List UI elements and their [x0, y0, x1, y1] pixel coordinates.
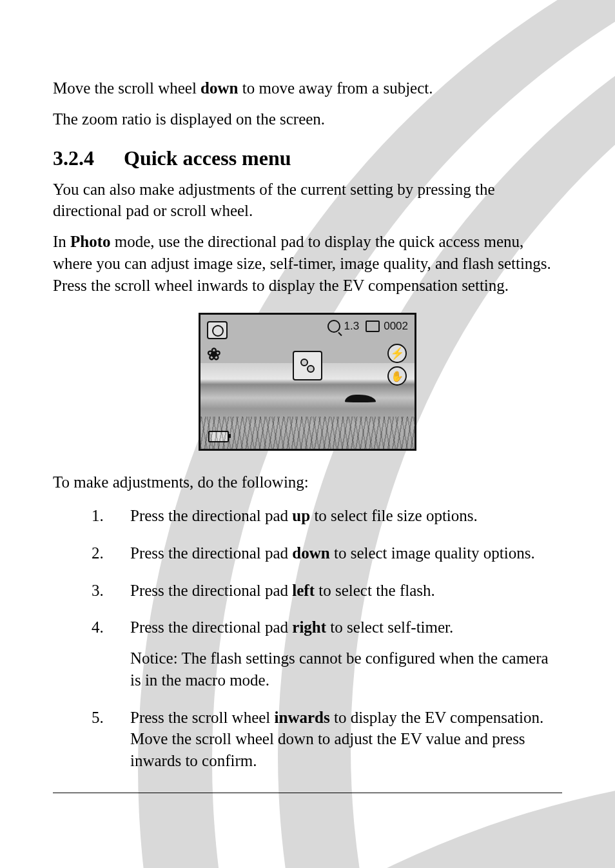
lcd-top-readout: 1.3 0002 [327, 320, 408, 333]
bold-inwards: inwards [275, 709, 330, 726]
text: to select self-timer. [326, 618, 453, 636]
bold-right: right [292, 618, 326, 636]
text: Move the scroll wheel [53, 79, 200, 97]
magnifier-icon [327, 320, 340, 333]
footer-rule [53, 793, 562, 793]
intro-line-2: The zoom ratio is displayed on the scree… [53, 108, 562, 130]
paragraph-2: In Photo mode, use the directional pad t… [53, 231, 562, 296]
scene-boat [345, 395, 376, 402]
text: Press the directional pad [130, 618, 292, 636]
frame-counter: 0002 [384, 320, 408, 333]
bold-photo: Photo [70, 233, 111, 250]
page-content: Move the scroll wheel down to move away … [0, 0, 615, 832]
text: Press the directional pad [130, 582, 292, 599]
text: Press the scroll wheel [130, 709, 275, 726]
text: to select the flash. [315, 582, 435, 599]
camera-mode-icon [207, 321, 228, 339]
anti-shake-icon: ✋ [387, 366, 407, 386]
step-2: Press the directional pad down to select… [92, 542, 562, 564]
flash-icon: ⚡ [387, 344, 407, 363]
macro-icon: ❀ [207, 346, 221, 362]
bold-left: left [292, 582, 315, 599]
figure-camera-lcd: ❀ 1.3 0002 ⚡ ✋ [53, 313, 562, 453]
step-3: Press the directional pad left to select… [92, 580, 562, 602]
text: to move away from a subject. [238, 79, 433, 97]
step-5: Press the scroll wheel inwards to displa… [92, 707, 562, 772]
section-heading: 3.2.4Quick access menu [53, 147, 562, 170]
memory-card-icon [366, 321, 380, 332]
step-1: Press the directional pad up to select f… [92, 505, 562, 527]
text: to select image quality options. [330, 544, 535, 562]
step-4-notice: Notice: The flash settings cannot be con… [130, 647, 562, 691]
bold-down: down [292, 544, 329, 562]
bold-up: up [292, 507, 310, 524]
text: Press the directional pad [130, 507, 292, 524]
bold-down: down [200, 79, 238, 97]
text: to select file size options. [310, 507, 478, 524]
text: In [53, 233, 70, 250]
intro-line-1: Move the scroll wheel down to move away … [53, 77, 562, 99]
section-number: 3.2.4 [53, 147, 124, 170]
camera-lcd-screenshot: ❀ 1.3 0002 ⚡ ✋ [199, 313, 416, 451]
text: mode, use the directional pad to display… [53, 233, 551, 294]
paragraph-1: You can also make adjustments of the cur… [53, 179, 562, 222]
scene-grass [200, 417, 415, 449]
paragraph-3: To make adjustments, do the following: [53, 471, 562, 493]
section-title: Quick access menu [124, 146, 291, 170]
text: Press the directional pad [130, 544, 292, 562]
step-4: Press the directional pad right to selec… [92, 616, 562, 691]
zoom-value: 1.3 [344, 320, 360, 333]
image-quality-icon [293, 351, 322, 380]
steps-list: Press the directional pad up to select f… [53, 505, 562, 772]
